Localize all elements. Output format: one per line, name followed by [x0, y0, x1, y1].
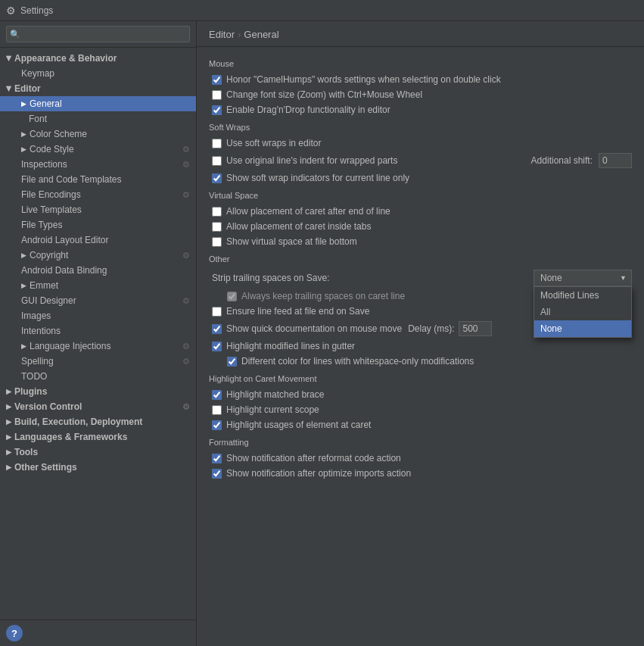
checkbox-dragdrop[interactable]: [212, 105, 222, 115]
checkbox-line-feed[interactable]: [212, 307, 222, 317]
checkbox-notify-reformat[interactable]: [212, 454, 222, 463]
checkbox-fontsize-zoom[interactable]: [212, 90, 222, 100]
expand-arrow-icon: ▶: [21, 145, 26, 153]
sidebar-item-copyright[interactable]: ▶ Copyright ⚙: [0, 248, 196, 263]
option-label: Show soft wrap indicators for current li…: [226, 173, 409, 183]
sidebar-label: Language Injections: [30, 341, 110, 351]
sidebar-item-inspections[interactable]: Inspections ⚙: [0, 157, 196, 172]
sidebar-item-version-control[interactable]: ▶ Version Control ⚙: [0, 399, 196, 414]
sidebar-item-appearance[interactable]: ▶ Appearance & Behavior: [0, 51, 196, 66]
sidebar-item-font[interactable]: Font: [0, 111, 196, 126]
expand-arrow-icon: ▶: [6, 448, 11, 456]
content-area: Editor › General Mouse Honor "CamelHumps…: [197, 21, 644, 646]
sidebar-item-file-types[interactable]: File Types: [0, 217, 196, 232]
expand-arrow-icon: ▶: [21, 251, 26, 259]
delay-label: Delay (ms):: [408, 323, 454, 334]
sidebar-bottom: ?: [0, 619, 196, 646]
option-highlight-modified: Highlight modified lines in gutter: [209, 341, 632, 351]
sidebar-label: General: [30, 98, 62, 109]
expand-arrow-icon: ▶: [5, 56, 13, 61]
additional-shift-field: Additional shift:: [531, 153, 632, 168]
expand-arrow-icon: ▶: [6, 388, 11, 395]
breadcrumb-editor: Editor: [209, 29, 235, 40]
delay-input[interactable]: [459, 321, 492, 336]
sidebar-label: Spelling: [21, 356, 54, 367]
sidebar-label: Emmet: [30, 280, 58, 291]
option-label: Different color for lines with whitespac…: [241, 356, 474, 367]
window-title: Settings: [20, 5, 53, 16]
checkbox-original-indent[interactable]: [212, 156, 222, 166]
sidebar-label: Tools: [14, 447, 38, 457]
sidebar-item-keymap[interactable]: Keymap: [0, 66, 196, 81]
checkbox-current-scope[interactable]: [212, 405, 222, 415]
checkbox-notify-optimize[interactable]: [212, 469, 222, 479]
sidebar-item-android-databinding[interactable]: Android Data Binding: [0, 263, 196, 278]
sidebar-item-spelling[interactable]: Spelling ⚙: [0, 354, 196, 369]
sidebar-item-live-templates[interactable]: Live Templates: [0, 202, 196, 217]
sidebar-label: Live Templates: [21, 204, 82, 215]
sidebar-item-tools[interactable]: ▶ Tools: [0, 445, 196, 460]
search-input[interactable]: [6, 26, 190, 42]
strip-trailing-dropdown[interactable]: None: [534, 270, 632, 286]
sidebar-item-images[interactable]: Images: [0, 308, 196, 323]
title-bar: ⚙ Settings: [0, 0, 644, 21]
option-label: Always keep trailing spaces on caret lin…: [241, 291, 405, 301]
option-none[interactable]: None: [534, 320, 631, 337]
additional-shift-input[interactable]: [599, 153, 632, 168]
option-show-indicators: Show soft wrap indicators for current li…: [209, 173, 632, 183]
option-notify-reformat: Show notification after reformat code ac…: [209, 453, 632, 463]
sidebar-item-languages[interactable]: ▶ Languages & Frameworks: [0, 429, 196, 445]
checkbox-show-indicators[interactable]: [212, 173, 222, 183]
breadcrumb-separator: ›: [238, 29, 241, 40]
sidebar-item-file-encodings[interactable]: File Encodings ⚙: [0, 187, 196, 202]
checkbox-different-color[interactable]: [227, 357, 237, 367]
sidebar-label: Appearance & Behavior: [14, 53, 117, 64]
section-other-title: Other: [209, 254, 632, 264]
sidebar-item-code-style[interactable]: ▶ Code Style ⚙: [0, 142, 196, 157]
sidebar-label: Keymap: [21, 68, 54, 79]
sidebar-label: File Encodings: [21, 189, 81, 200]
checkbox-caret-inside-tabs[interactable]: [212, 222, 222, 232]
search-icon: 🔍: [10, 30, 20, 39]
option-all[interactable]: All: [534, 304, 631, 320]
sidebar-item-intentions[interactable]: Intentions: [0, 323, 196, 339]
settings-icon: ⚙: [182, 402, 190, 412]
expand-arrow-icon: ▶: [21, 282, 26, 289]
checkbox-virtual-space-bottom[interactable]: [212, 237, 222, 247]
breadcrumb-general: General: [244, 29, 278, 40]
option-fontsize-zoom: Change font size (Zoom) with Ctrl+Mouse …: [209, 89, 632, 100]
checkbox-camelhumps[interactable]: [212, 75, 222, 85]
sidebar-label: Code Style: [30, 144, 74, 154]
sidebar-item-build-execution[interactable]: ▶ Build, Execution, Deployment: [0, 414, 196, 429]
sidebar-item-editor[interactable]: ▶ Editor: [0, 81, 196, 96]
search-box: 🔍: [0, 21, 196, 48]
sidebar-label: File and Code Templates: [21, 174, 122, 185]
sidebar-item-color-scheme[interactable]: ▶ Color Scheme: [0, 126, 196, 142]
checkbox-highlight-modified[interactable]: [212, 342, 222, 351]
option-label: Highlight usages of element at caret: [226, 420, 371, 430]
sidebar-item-language-injections[interactable]: ▶ Language Injections ⚙: [0, 339, 196, 354]
sidebar-item-plugins[interactable]: ▶ Plugins: [0, 384, 196, 399]
sidebar-item-other-settings[interactable]: ▶ Other Settings: [0, 460, 196, 475]
sidebar-item-gui-designer[interactable]: GUI Designer ⚙: [0, 293, 196, 308]
option-label: Show quick documentation on mouse move: [226, 323, 402, 334]
main-container: 🔍 ▶ Appearance & Behavior Keymap ▶ Edito…: [0, 21, 644, 646]
sidebar-item-general[interactable]: ▶ General: [0, 96, 196, 111]
checkbox-highlight-usages[interactable]: [212, 420, 222, 430]
sidebar-item-file-code-templates[interactable]: File and Code Templates: [0, 172, 196, 187]
option-modified-lines[interactable]: Modified Lines: [534, 287, 631, 304]
checkbox-use-softwraps[interactable]: [212, 139, 222, 148]
help-button[interactable]: ?: [6, 625, 23, 641]
sidebar-item-emmet[interactable]: ▶ Emmet: [0, 278, 196, 293]
checkbox-quick-doc[interactable]: [212, 324, 222, 334]
option-virtual-space-bottom: Show virtual space at file bottom: [209, 236, 632, 247]
sidebar: 🔍 ▶ Appearance & Behavior Keymap ▶ Edito…: [0, 21, 197, 646]
checkbox-matched-brace[interactable]: [212, 390, 222, 400]
sidebar-item-android-layout[interactable]: Android Layout Editor: [0, 232, 196, 248]
sidebar-item-todo[interactable]: TODO: [0, 369, 196, 384]
settings-icon: ⚙: [182, 251, 190, 261]
checkbox-caret-after-end[interactable]: [212, 207, 222, 217]
sidebar-label: Editor: [14, 83, 41, 94]
sidebar-label: Plugins: [14, 386, 47, 397]
checkbox-keep-trailing-spaces[interactable]: [227, 292, 237, 301]
